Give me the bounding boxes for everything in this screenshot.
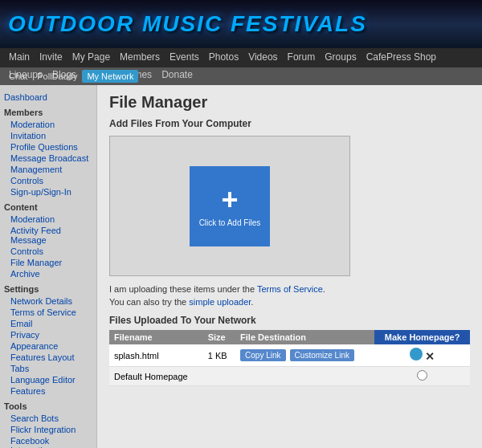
upload-section-label: Add Files From Your Computer bbox=[109, 118, 470, 129]
nav-item-forum[interactable]: Forum bbox=[283, 48, 321, 66]
file-size-cell: 1 KB bbox=[203, 344, 235, 367]
sidebar-link-tabs[interactable]: Tabs bbox=[10, 363, 92, 374]
sidebar-settings-group: Network Details Terms of Service Email P… bbox=[4, 295, 92, 397]
sidebar-link-features[interactable]: Features bbox=[10, 385, 92, 397]
nav-item-photos[interactable]: Photos bbox=[204, 48, 243, 66]
col-destination: File Destination bbox=[235, 330, 374, 344]
sidebar-link-network-details[interactable]: Network Details bbox=[10, 295, 92, 307]
sub-nav-chat[interactable]: Chat bbox=[4, 70, 32, 83]
sidebar-tools-group: Search Bots Flickr Integration Facebook … bbox=[4, 413, 92, 448]
sidebar-link-file-manager[interactable]: File Manager bbox=[10, 257, 92, 268]
file-destination-cell bbox=[235, 367, 374, 386]
sidebar: Dashboard Members Moderation Invitation … bbox=[0, 85, 96, 448]
site-header: Outdoor Music Festivals bbox=[0, 0, 482, 48]
sidebar-section-members: Members bbox=[4, 108, 92, 117]
sidebar-link-features-layout[interactable]: Features Layout bbox=[10, 352, 92, 363]
plus-icon: + bbox=[221, 185, 238, 214]
sidebar-section-tools: Tools bbox=[4, 401, 92, 411]
nav-item-groups[interactable]: Groups bbox=[320, 48, 361, 66]
file-size-cell bbox=[203, 367, 235, 386]
table-row: Default Homepage bbox=[109, 367, 470, 386]
main-nav: Main Invite My Page Members Events Photo… bbox=[0, 48, 482, 67]
sidebar-link-archive[interactable]: Archive bbox=[10, 268, 92, 279]
nav-item-events[interactable]: Events bbox=[165, 48, 204, 66]
sidebar-link-signin[interactable]: Sign-up/Sign-In bbox=[10, 186, 92, 198]
nav-item-cafepress[interactable]: CafePress Shop bbox=[362, 48, 441, 66]
sidebar-content-group: Moderation Activity Feed Message Control… bbox=[4, 214, 92, 279]
sidebar-section-settings: Settings bbox=[4, 284, 92, 294]
sidebar-link-flickr[interactable]: Flickr Integration bbox=[10, 424, 92, 435]
sidebar-link-privacy[interactable]: Privacy bbox=[10, 329, 92, 340]
upload-box[interactable]: + Click to Add Files bbox=[109, 136, 350, 276]
sidebar-link-tos[interactable]: Terms of Service bbox=[10, 307, 92, 318]
sidebar-link-moderation-members[interactable]: Moderation bbox=[10, 119, 92, 130]
nav-item-mypage[interactable]: My Page bbox=[67, 48, 115, 66]
sidebar-link-message-broadcast[interactable]: Message Broadcast bbox=[10, 153, 92, 164]
sidebar-link-profile-questions[interactable]: Profile Questions bbox=[10, 141, 92, 153]
customize-link-button[interactable]: Customize Link bbox=[290, 349, 354, 361]
nav-item-donate[interactable]: Donate bbox=[157, 66, 198, 83]
sidebar-link-moderation-content[interactable]: Moderation bbox=[10, 214, 92, 225]
sidebar-dashboard[interactable]: Dashboard bbox=[4, 92, 47, 102]
sub-nav-polldaddy[interactable]: PollDaddy bbox=[32, 70, 82, 83]
delete-button[interactable]: ✕ bbox=[425, 350, 435, 363]
tos-link[interactable]: Terms of Service bbox=[257, 284, 323, 294]
make-homepage-cell: ✕ bbox=[374, 344, 470, 367]
tos-text: I am uploading these items under the Ter… bbox=[109, 284, 470, 294]
sidebar-section-content: Content bbox=[4, 202, 92, 212]
make-homepage-cell-default bbox=[374, 367, 470, 386]
default-homepage-link[interactable]: Default Homepage bbox=[114, 372, 188, 381]
main-layout: Dashboard Members Moderation Invitation … bbox=[0, 85, 482, 448]
site-title: Outdoor Music Festivals bbox=[8, 11, 367, 37]
sidebar-link-management[interactable]: Management bbox=[10, 164, 92, 175]
radio-checked-icon[interactable] bbox=[410, 348, 423, 360]
sidebar-members-group: Moderation Invitation Profile Questions … bbox=[4, 119, 92, 198]
add-files-button[interactable]: + Click to Add Files bbox=[190, 166, 270, 246]
radio-default-homepage[interactable] bbox=[417, 370, 427, 381]
sidebar-link-activity-feed[interactable]: Activity Feed Message bbox=[10, 225, 92, 246]
page-title: File Manager bbox=[109, 93, 470, 112]
sidebar-link-appearance[interactable]: Appearance bbox=[10, 340, 92, 352]
sidebar-link-invitation[interactable]: Invitation bbox=[10, 130, 92, 141]
col-size: Size bbox=[203, 330, 235, 344]
copy-link-button[interactable]: Copy Link bbox=[240, 349, 285, 361]
nav-item-videos[interactable]: Videos bbox=[243, 48, 282, 66]
nav-item-members[interactable]: Members bbox=[115, 48, 165, 66]
sub-nav-mynetwork[interactable]: My Network bbox=[82, 70, 138, 83]
files-section-title: Files Uploaded To Your Network bbox=[109, 315, 470, 326]
content-area: File Manager Add Files From Your Compute… bbox=[96, 85, 482, 448]
file-name-cell: splash.html bbox=[109, 344, 203, 367]
file-destination-cell: Copy Link Customize Link bbox=[235, 344, 374, 367]
col-make-homepage: Make Homepage? bbox=[374, 330, 470, 344]
file-link[interactable]: splash.html bbox=[114, 351, 159, 360]
sidebar-link-controls-members[interactable]: Controls bbox=[10, 175, 92, 186]
sidebar-link-language-editor[interactable]: Language Editor bbox=[10, 374, 92, 385]
nav-item-invite[interactable]: Invite bbox=[35, 48, 67, 66]
nav-item-main[interactable]: Main bbox=[4, 48, 35, 66]
files-table: Filename Size File Destination Make Home… bbox=[109, 330, 470, 386]
simple-uploader-link[interactable]: simple uploader bbox=[189, 297, 251, 307]
sidebar-link-email[interactable]: Email bbox=[10, 318, 92, 329]
sidebar-link-controls-content[interactable]: Controls bbox=[10, 246, 92, 257]
upload-button-label: Click to Add Files bbox=[199, 218, 261, 227]
sidebar-link-facebook[interactable]: Facebook Integration bbox=[10, 435, 92, 448]
file-name-cell: Default Homepage bbox=[109, 367, 203, 386]
sub-nav: Chat PollDaddy My Network bbox=[0, 67, 482, 85]
simple-uploader-text: You can also try the simple uploader. bbox=[109, 297, 470, 307]
table-row: splash.html 1 KB Copy Link Customize Lin… bbox=[109, 344, 470, 367]
col-filename: Filename bbox=[109, 330, 203, 344]
sidebar-link-search-bots[interactable]: Search Bots bbox=[10, 413, 92, 424]
